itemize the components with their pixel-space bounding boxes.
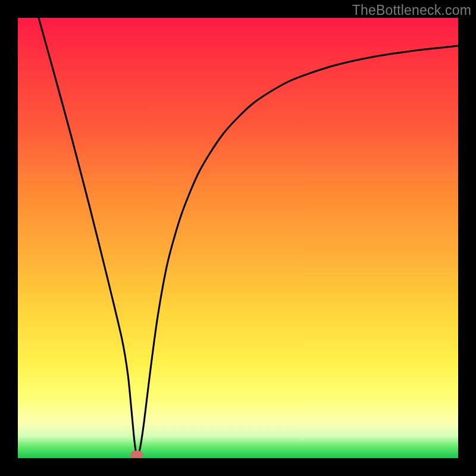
watermark-text: TheBottleneck.com (352, 2, 471, 18)
bottleneck-curve (39, 18, 458, 456)
curve-svg (18, 18, 458, 458)
plot-area (18, 18, 458, 458)
chart-container: TheBottleneck.com (0, 0, 476, 476)
curve-min-marker (130, 450, 143, 458)
